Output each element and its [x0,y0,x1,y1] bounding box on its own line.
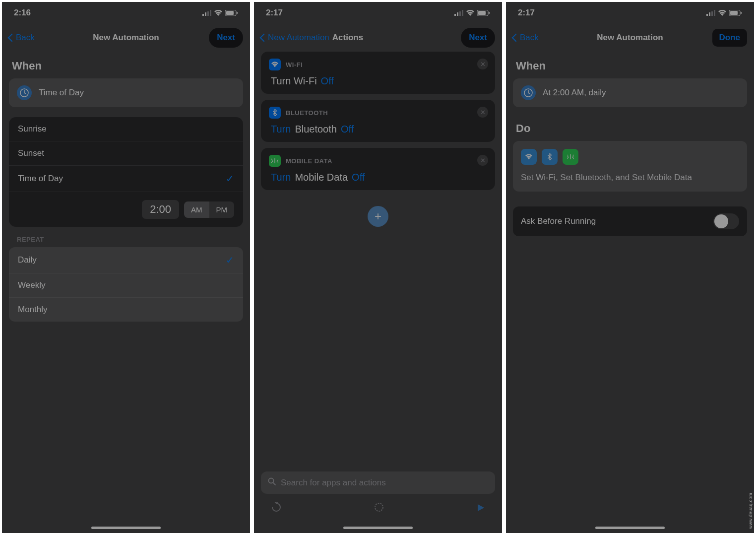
do-title: Do [516,122,744,135]
when-card[interactable]: At 2:00 AM, daily [513,78,747,107]
undo-icon[interactable] [271,502,282,516]
repeat-list: Daily ✓ Weekly Monthly [9,247,243,322]
search-bar[interactable]: Search for apps and actions [261,471,495,494]
svg-rect-21 [714,10,715,16]
time-value[interactable]: 2:00 [142,200,179,219]
nav-title: New Automation [93,33,159,43]
when-title: When [516,60,744,72]
action-card-bt[interactable]: ✕ BLUETOOTH Turn Bluetooth Off [261,100,495,142]
svg-line-16 [273,483,276,485]
action-body: Turn Mobile Data Off [269,172,487,183]
toggle-knob [714,214,728,228]
back-label: New Automation [268,33,329,43]
action-card-cell[interactable]: ✕ MOBILE DATA Turn Mobile Data Off [261,148,495,190]
svg-rect-24 [741,12,742,14]
content: When At 2:00 AM, daily Do Set Wi-Fi, Set… [506,52,754,524]
time-popup: Sunrise Sunset Time of Day ✓ 2:00 AM PM [9,117,243,227]
battery-icon [225,10,238,16]
chevron-left-icon [260,34,268,42]
bt-icon [542,149,558,165]
ask-label: Ask Before Running [521,216,596,226]
check-icon: ✓ [226,173,234,185]
cell-icon [563,149,578,165]
when-summary: At 2:00 AM, daily [543,88,606,98]
done-button[interactable]: Done [712,29,748,47]
action-part[interactable]: Off [352,172,365,183]
ask-toggle[interactable] [713,213,739,229]
signal-icon [706,10,715,16]
do-card[interactable]: Set Wi-Fi, Set Bluetooth, and Set Mobile… [513,141,747,192]
remove-action-button[interactable]: ✕ [477,155,488,166]
when-title: When [12,60,240,72]
svg-rect-8 [454,14,456,16]
content: When Time of Day Sunrise Sunset Time of … [2,52,250,524]
plus-icon: + [375,209,381,223]
signal-icon [202,10,211,16]
action-part[interactable]: Turn [271,124,291,135]
next-button[interactable]: Next [209,28,243,48]
status-bar: 2:17 [254,2,502,24]
home-indicator[interactable] [343,527,413,529]
action-part[interactable]: Turn [271,172,291,183]
wifi-icon [269,59,281,70]
cell-icon [269,155,281,167]
clock-time: 2:17 [266,8,283,18]
back-button[interactable]: Back [9,33,35,43]
option-time-of-day[interactable]: Time of Day ✓ [9,166,243,192]
wifi-icon [718,10,726,16]
action-part: Turn Wi-Fi [271,75,317,87]
nav-bar: Back New Automation Next [2,24,250,52]
redo-icon[interactable] [374,502,384,516]
nav-title: New Automation [597,33,663,43]
play-icon[interactable] [476,502,485,515]
home-indicator[interactable] [595,527,665,529]
action-body: Turn Bluetooth Off [269,124,487,135]
trigger-text: Time of Day [39,88,84,98]
option-sunrise[interactable]: Sunrise [9,117,243,141]
wifi-icon [521,149,537,165]
wifi-icon [466,10,474,16]
remove-action-button[interactable]: ✕ [477,59,488,69]
next-button[interactable]: Next [461,28,495,48]
screen-summary: 2:17 Back New Automation Done When At 2:… [506,2,754,533]
action-label: MOBILE DATA [286,157,332,165]
back-button[interactable]: New Automation [261,33,329,43]
back-label: Back [520,33,539,43]
svg-rect-11 [462,10,463,16]
search-icon [268,477,276,488]
option-sunset[interactable]: Sunset [9,141,243,166]
home-indicator[interactable] [91,527,161,529]
bottom-toolbar [261,494,495,524]
wifi-icon [214,10,222,16]
action-card-wifi[interactable]: ✕ WI-FI Turn Wi-Fi Off [261,52,495,94]
trigger-card[interactable]: Time of Day [9,78,243,107]
repeat-daily[interactable]: Daily ✓ [9,247,243,273]
repeat-weekly[interactable]: Weekly [9,273,243,298]
chevron-left-icon [8,34,16,42]
back-button[interactable]: Back [513,33,539,43]
screen-when: 2:16 Back New Automation Next When Time … [2,2,250,533]
svg-point-17 [375,503,383,511]
svg-rect-3 [210,10,211,16]
clock-time: 2:16 [14,8,31,18]
repeat-monthly[interactable]: Monthly [9,298,243,322]
action-label: BLUETOOTH [286,109,328,117]
am-button[interactable]: AM [184,201,209,218]
option-label: Time of Day [18,174,63,184]
action-part[interactable]: Off [341,124,354,135]
search-placeholder: Search for apps and actions [281,478,386,488]
svg-rect-14 [489,12,490,14]
pm-button[interactable]: PM [209,201,235,218]
action-label: WI-FI [286,61,303,68]
action-part[interactable]: Off [321,75,334,87]
svg-rect-1 [205,12,206,16]
remove-action-button[interactable]: ✕ [477,107,488,118]
svg-rect-23 [730,11,738,15]
add-action-button[interactable]: + [368,206,388,227]
battery-icon [729,10,742,16]
bt-icon [269,107,281,119]
screen-actions: 2:17 New Automation Actions Next ✕ WI-FI… [254,2,502,533]
svg-rect-0 [202,14,204,16]
clock-icon [521,85,536,100]
signal-icon [454,10,463,16]
